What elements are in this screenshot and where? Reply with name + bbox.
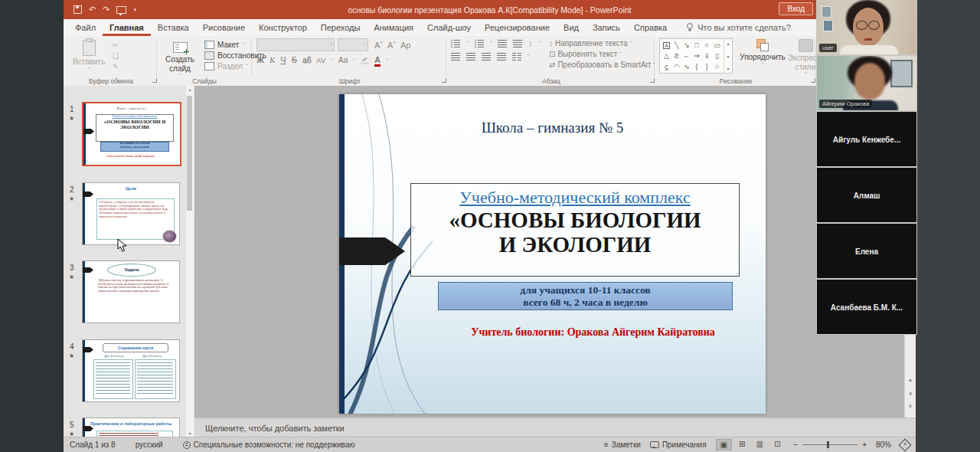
next-slide-icon[interactable]: »: [906, 401, 914, 411]
numbering-button[interactable]: [475, 40, 484, 47]
font-dialog-launcher[interactable]: [442, 78, 446, 83]
customize-qat-icon[interactable]: ▾: [133, 7, 136, 12]
fit-to-window-icon[interactable]: [899, 438, 912, 451]
comments-toggle-button[interactable]: Примечания: [650, 441, 707, 449]
align-left-button[interactable]: [451, 53, 460, 61]
shape-option[interactable]: ▯: [715, 52, 719, 60]
start-slideshow-icon[interactable]: [116, 6, 126, 14]
slide-sorter-view-button[interactable]: ⊞: [735, 439, 749, 450]
accessibility-status[interactable]: Специальные возможности: не поддерживаю: [183, 441, 355, 449]
shape-option[interactable]: ⇒: [694, 52, 700, 60]
zoom-in-icon[interactable]: +: [862, 441, 867, 449]
character-spacing-button[interactable]: АV: [316, 57, 325, 64]
shape-option[interactable]: }: [706, 63, 708, 70]
reading-view-button[interactable]: ▥: [752, 439, 766, 450]
tab-animations[interactable]: Анимация: [367, 19, 420, 36]
font-size-select[interactable]: ˇ: [338, 38, 368, 51]
highlight-color-button[interactable]: [361, 57, 369, 64]
scroll-down-icon[interactable]: ▾: [905, 378, 916, 384]
clipboard-dialog-launcher[interactable]: [152, 78, 157, 83]
slide-canvas[interactable]: Школа – гимназия № 5 Учебно-методический…: [339, 94, 766, 414]
clear-formatting-button[interactable]: Ар: [400, 41, 410, 50]
shape-option[interactable]: △: [664, 52, 669, 60]
font-color-button[interactable]: А: [374, 56, 381, 64]
shapes-scroll-up-icon[interactable]: ▴: [727, 41, 729, 46]
slide-thumbnail-2[interactable]: Цели 1) Развитие у учащихся естественно-…: [82, 182, 180, 245]
line-spacing-button[interactable]: ↕: [528, 39, 532, 47]
increase-font-button[interactable]: Аˆ: [374, 41, 383, 50]
thumb-scroll-down-icon[interactable]: ▾: [186, 431, 194, 436]
tab-transitions[interactable]: Переходы: [314, 19, 368, 36]
audience-box[interactable]: для учащихся 10-11 классов всего 68 ч, 2…: [438, 282, 733, 310]
italic-button[interactable]: К: [270, 56, 275, 64]
redo-icon[interactable]: ↷: [103, 5, 109, 14]
zoom-control[interactable]: − +: [793, 441, 867, 449]
tab-design[interactable]: Конструктор: [252, 19, 314, 36]
tab-draw[interactable]: Рисование: [196, 19, 252, 36]
align-right-button[interactable]: [482, 53, 491, 61]
shape-option[interactable]: □: [694, 41, 698, 49]
increase-indent-button[interactable]: [513, 40, 522, 47]
zoom-slider[interactable]: [802, 444, 858, 445]
new-slide-button[interactable]: Создать слайд ˇ: [160, 40, 200, 79]
shape-option[interactable]: Ƨ: [675, 52, 679, 60]
participant-tile[interactable]: Елена: [817, 224, 916, 278]
align-text-button[interactable]: ⊡ Выровнять текст ˇ: [549, 50, 655, 58]
tab-review[interactable]: Рецензирование: [478, 19, 557, 36]
copy-icon[interactable]: ❏: [113, 52, 119, 60]
save-icon[interactable]: [74, 5, 82, 14]
participant-tile-user[interactable]: user: [817, 0, 916, 54]
zoom-slider-thumb[interactable]: [827, 441, 829, 448]
bullets-button[interactable]: [451, 40, 460, 47]
thumb-scroll-thumb[interactable]: [187, 96, 192, 211]
tab-help[interactable]: Справка: [627, 19, 674, 36]
tell-me-box[interactable]: Что вы хотите сделать?: [686, 23, 791, 32]
bold-button[interactable]: Ж: [256, 56, 264, 64]
shape-option[interactable]: ○: [705, 41, 709, 49]
slide-title-box[interactable]: Учебно-методический комплекс «ОСНОВЫ БИО…: [410, 183, 740, 277]
drawing-dialog-launcher[interactable]: [811, 78, 815, 83]
strikethrough-button[interactable]: S: [292, 56, 297, 64]
slide-thumbnail-1[interactable]: Школа – гимназия № 5 Учебно-методический…: [82, 102, 181, 166]
slideshow-view-button[interactable]: ⊡: [770, 439, 784, 450]
sign-in-button[interactable]: Вход: [779, 2, 813, 15]
convert-smartart-button[interactable]: ⇄ Преобразовать в SmartArt ˇ: [549, 61, 655, 69]
shape-option[interactable]: {: [696, 63, 698, 70]
slide-thumbnail-4[interactable]: Содержание курса Для 10 класса Для 11 кл…: [82, 339, 180, 402]
shape-option[interactable]: ∿: [684, 63, 690, 70]
decrease-font-button[interactable]: Аˇ: [387, 41, 396, 50]
participant-tile[interactable]: Айгуль Кенжебе...: [817, 112, 916, 166]
thumb-scroll-up-icon[interactable]: ▴: [186, 87, 194, 92]
format-painter-icon[interactable]: ✎: [113, 63, 119, 70]
tab-slideshow[interactable]: Слайд-шоу: [420, 19, 478, 36]
tab-insert[interactable]: Вставка: [151, 19, 196, 36]
notes-toggle-button[interactable]: ≡ Заметки: [604, 441, 641, 449]
shape-option[interactable]: ϛ: [665, 63, 668, 70]
shape-option[interactable]: ☆: [714, 63, 720, 70]
cut-icon[interactable]: ✂: [113, 41, 119, 49]
columns-button[interactable]: [512, 53, 521, 61]
shape-option[interactable]: ⇓: [704, 52, 710, 60]
shape-option[interactable]: ╲: [675, 41, 678, 49]
tab-view[interactable]: Вид: [557, 19, 586, 36]
shape-option[interactable]: ↘: [684, 41, 690, 49]
previous-slide-icon[interactable]: »: [906, 388, 914, 399]
shapes-gallery[interactable]: А ╲ ↘ □ ○ ▭ △ Ƨ ⌐ ⇒ ⇓ ▯ ϛ ◠ ∿ { }: [659, 38, 733, 74]
language-indicator[interactable]: русский: [136, 441, 163, 449]
shapes-scroll-down-icon[interactable]: ▾: [727, 54, 729, 59]
paragraph-dialog-launcher[interactable]: [650, 78, 655, 83]
tab-record[interactable]: Запись: [586, 19, 627, 36]
shape-option[interactable]: ◠: [674, 63, 680, 70]
notes-pane[interactable]: Щелкните, чтобы добавить заметки: [194, 418, 916, 439]
thumbnail-scrollbar[interactable]: ▴ ▾: [186, 86, 194, 437]
undo-icon[interactable]: ↶: [89, 5, 96, 14]
text-box-shape-icon[interactable]: А: [663, 42, 670, 49]
zoom-out-icon[interactable]: −: [793, 441, 798, 449]
shape-option[interactable]: ⌐: [684, 52, 688, 60]
shape-option[interactable]: ▭: [714, 41, 720, 49]
zoom-level[interactable]: 80%: [876, 441, 891, 449]
text-direction-button[interactable]: ↕ Направление текста ˇ: [549, 39, 655, 47]
justify-button[interactable]: [497, 53, 506, 61]
font-name-select[interactable]: ˇ: [256, 38, 335, 51]
align-center-button[interactable]: [466, 53, 475, 61]
